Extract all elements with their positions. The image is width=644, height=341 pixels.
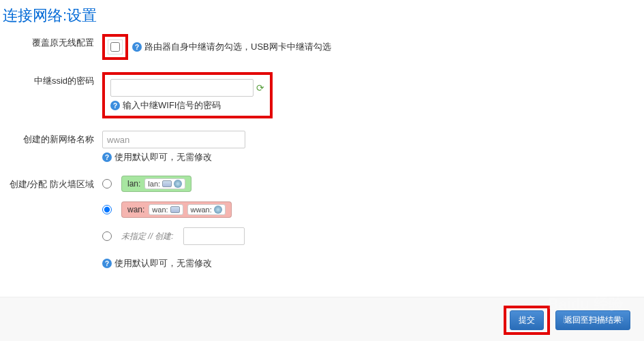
refresh-icon[interactable]: ⟳	[256, 82, 264, 93]
ethernet-icon	[162, 180, 172, 187]
highlight-box-password: ⟳ ? 输入中继WIFI信号的密码	[102, 72, 273, 118]
password-input[interactable]	[110, 79, 254, 97]
submit-button[interactable]: 提交	[510, 310, 544, 330]
help-icon[interactable]: ?	[102, 259, 112, 268]
firewall-label: 创建/分配 防火墙区域	[0, 176, 102, 191]
iface-chip-wan: wan:	[149, 204, 183, 215]
zone-wan-label: wan:	[127, 205, 144, 214]
help-icon[interactable]: ?	[132, 42, 142, 52]
firewall-radio-unspecified[interactable]	[102, 231, 112, 241]
overwrite-checkbox[interactable]	[110, 42, 120, 52]
firewall-radio-wan[interactable]	[102, 205, 112, 214]
zone-badge-lan[interactable]: lan: lan:	[121, 176, 191, 192]
overwrite-hint: 路由器自身中继请勿勾选，USB网卡中继请勾选	[144, 41, 331, 53]
highlight-box-submit: 提交	[504, 306, 550, 335]
overwrite-checkbox-wrap	[108, 39, 123, 54]
zone-lan-label: lan:	[127, 179, 140, 189]
firewall-radio-lan[interactable]	[102, 179, 112, 189]
network-name-label: 创建的新网络名称	[0, 131, 102, 146]
network-name-input[interactable]	[102, 131, 245, 148]
back-button[interactable]: 返回至扫描结果	[555, 310, 630, 330]
zone-badge-wan[interactable]: wan: wan: wwan:	[121, 201, 232, 218]
unspecified-label: 未指定 // 创建:	[121, 231, 174, 242]
firewall-hint: 使用默认即可，无需修改	[114, 257, 212, 270]
page-title: 连接网络:设置	[0, 0, 644, 34]
iface-chip-wwan: wwan:	[187, 204, 226, 215]
ethernet-icon	[170, 206, 180, 213]
globe-icon	[174, 180, 182, 188]
new-zone-input[interactable]	[183, 227, 245, 245]
globe-icon	[214, 206, 222, 214]
password-hint: 输入中继WIFI信号的密码	[123, 99, 221, 112]
help-icon[interactable]: ?	[110, 101, 120, 110]
network-name-hint: 使用默认即可，无需修改	[114, 151, 212, 163]
iface-chip-lan: lan:	[144, 178, 185, 189]
password-label: 中继ssid的密码	[0, 72, 102, 87]
footer-bar: 提交 返回至扫描结果 Baidu 经验 jingyan.baidu.com	[0, 297, 644, 341]
highlight-box-overwrite	[102, 34, 128, 60]
help-icon[interactable]: ?	[102, 152, 112, 162]
overwrite-label: 覆盖原无线配置	[0, 34, 102, 49]
